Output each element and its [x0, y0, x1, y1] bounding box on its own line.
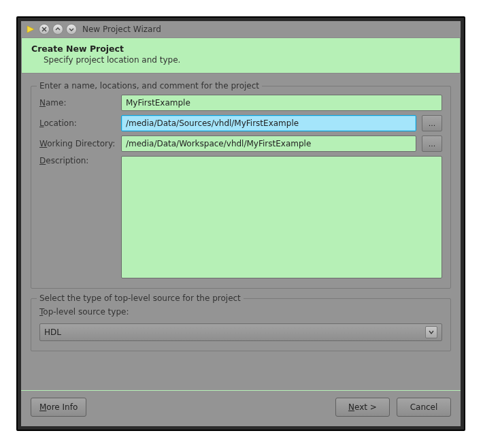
source-type-combo[interactable]: HDL: [39, 323, 442, 341]
titlebar: New Project Wizard: [21, 21, 461, 37]
location-browse-button[interactable]: ...: [422, 115, 442, 131]
wizard-header-subtitle: Specify project location and type.: [31, 54, 450, 65]
label-location: Location:: [39, 118, 116, 128]
more-info-button[interactable]: More Info: [31, 398, 86, 417]
wizard-header-title: Create New Project: [31, 44, 450, 54]
chevron-down-icon: [425, 326, 437, 338]
wizard-body: Enter a name, locations, and comment for…: [21, 74, 461, 390]
row-working-directory: Working Directory: ...: [39, 135, 442, 152]
source-type-value: HDL: [44, 327, 61, 337]
app-icon: [25, 24, 36, 35]
window-frame: New Project Wizard Create New Project Sp…: [16, 16, 465, 431]
wizard-header: Create New Project Specify project locat…: [21, 37, 461, 74]
label-source-type: Top-level source type:: [39, 307, 442, 317]
description-textarea[interactable]: [121, 156, 442, 278]
location-input[interactable]: [121, 115, 416, 131]
label-description: Description:: [39, 156, 116, 165]
maximize-icon[interactable]: [66, 24, 77, 35]
fieldset-project-entry: Enter a name, locations, and comment for…: [31, 86, 451, 289]
minimize-icon[interactable]: [52, 24, 63, 35]
window: New Project Wizard Create New Project Sp…: [21, 21, 461, 426]
wizard-button-bar: More Info Next > Cancel: [21, 391, 461, 426]
svg-marker-0: [27, 26, 34, 33]
window-title: New Project Wizard: [82, 25, 161, 34]
fieldset-source-type-legend: Select the type of top-level source for …: [37, 293, 244, 303]
fieldset-source-type: Select the type of top-level source for …: [31, 298, 451, 351]
label-name: Name:: [39, 98, 116, 108]
label-working-directory: Working Directory:: [39, 139, 116, 148]
working-directory-browse-button[interactable]: ...: [422, 135, 442, 152]
close-icon[interactable]: [39, 24, 50, 35]
row-location: Location: ...: [39, 115, 442, 131]
row-name: Name:: [39, 95, 442, 111]
row-description: Description:: [39, 156, 442, 278]
cancel-button[interactable]: Cancel: [397, 398, 451, 417]
working-directory-input[interactable]: [121, 135, 416, 152]
next-button[interactable]: Next >: [335, 398, 390, 417]
fieldset-project-entry-legend: Enter a name, locations, and comment for…: [37, 81, 262, 91]
name-input[interactable]: [121, 95, 442, 111]
